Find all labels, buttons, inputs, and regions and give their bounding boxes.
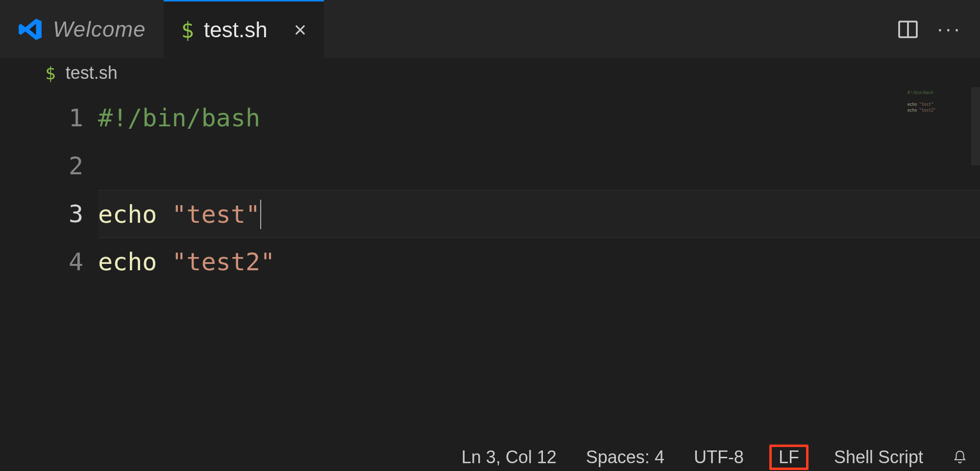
breadcrumb[interactable]: $ test.sh: [0, 59, 980, 87]
line-number: 1: [0, 94, 98, 142]
tab-welcome-label: Welcome: [53, 17, 146, 42]
status-eol[interactable]: LF: [769, 445, 808, 470]
shell-file-icon: $: [181, 18, 195, 43]
tab-welcome[interactable]: Welcome: [0, 0, 164, 58]
status-bar: Ln 3, Col 12 Spaces: 4 UTF-8 LF Shell Sc…: [0, 443, 980, 471]
line-number-gutter: 1 2 3 4: [0, 87, 98, 443]
status-language-mode[interactable]: Shell Script: [830, 445, 927, 470]
vscode-logo-icon: [18, 17, 43, 42]
line-number: 2: [0, 142, 98, 190]
notifications-icon[interactable]: [949, 448, 971, 467]
code-area[interactable]: #!/bin/bash echo "test" echo "test2": [98, 87, 980, 443]
status-cursor-position[interactable]: Ln 3, Col 12: [458, 445, 561, 470]
code-line[interactable]: #!/bin/bash: [98, 94, 980, 142]
split-editor-icon[interactable]: [896, 18, 920, 41]
line-number: 4: [0, 238, 98, 286]
code-line[interactable]: echo "test2": [98, 238, 980, 286]
code-line[interactable]: echo "test": [98, 190, 980, 238]
editor[interactable]: 1 2 3 4 #!/bin/bash echo "test" echo "te…: [0, 87, 980, 443]
tab-bar: Welcome $ test.sh × ···: [0, 0, 980, 59]
tab-test-sh[interactable]: $ test.sh ×: [164, 0, 324, 58]
close-icon[interactable]: ×: [294, 18, 307, 42]
code-line[interactable]: [98, 142, 980, 190]
line-number: 3: [0, 190, 98, 238]
text-cursor: [260, 200, 261, 229]
minimap[interactable]: #!/bin/bash echo "test" echo "test2": [907, 90, 966, 114]
status-encoding[interactable]: UTF-8: [690, 445, 748, 470]
status-indentation[interactable]: Spaces: 4: [582, 445, 668, 470]
tab-bar-actions: ···: [896, 18, 980, 41]
scrollbar-thumb[interactable]: [971, 87, 980, 165]
more-actions-icon[interactable]: ···: [937, 18, 962, 40]
shell-file-icon: $: [45, 63, 56, 83]
tab-active-label: test.sh: [204, 18, 268, 42]
breadcrumb-file-name: test.sh: [66, 63, 118, 83]
